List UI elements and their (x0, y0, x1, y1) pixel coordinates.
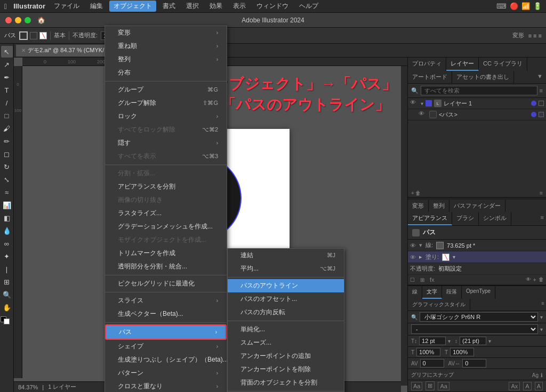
glyph-icon-1[interactable]: Aa (411, 382, 422, 390)
graph-tool[interactable]: 📊 (1, 199, 13, 211)
delete-layer-icon[interactable]: 🗑 (415, 190, 421, 196)
tab-artboard[interactable]: アートボード (408, 71, 452, 83)
menu-transform[interactable]: 変形 › (105, 26, 227, 39)
tab-asset-export[interactable]: アセットの書き出し (452, 71, 514, 83)
kern-input[interactable] (420, 359, 444, 368)
type-tool[interactable]: T (1, 84, 13, 96)
menu-slice[interactable]: スライス › (105, 294, 227, 307)
menu-flatten-transparency[interactable]: 透明部分を分割・統合... (105, 260, 227, 273)
menu-average[interactable]: 平均... ⌥⌘J (228, 262, 344, 275)
pencil-tool[interactable]: ✏ (1, 135, 13, 147)
tab-align[interactable]: 整列 (429, 200, 449, 212)
snap-icon-2[interactable]: ℹ (541, 372, 543, 378)
path-submenu[interactable]: 連結 ⌘J 平均... ⌥⌘J パスのアウトライン パスのオフセット... パス… (227, 248, 344, 392)
menu-reverse[interactable]: パスの方向反転 (228, 306, 344, 319)
menu-help[interactable]: ヘルプ (295, 1, 323, 12)
new-layer-icon[interactable]: + (411, 190, 414, 196)
menu-select[interactable]: 選択 (182, 1, 203, 12)
selection-tool[interactable]: ↖ (1, 46, 13, 58)
menu-unlock-all[interactable]: すべてをロック解除 ⌥⌘2 (105, 123, 227, 136)
menu-gradient-mesh[interactable]: グラデーションメッシュを作成... (105, 220, 227, 233)
tab-opentype[interactable]: OpenType (462, 286, 495, 299)
gradient-tool[interactable]: ◧ (1, 212, 13, 224)
artboard-tool[interactable]: ⊞ (1, 276, 13, 288)
fill-none-swatch[interactable]: ╲ (442, 254, 449, 261)
tab-transform[interactable]: 変形 (408, 200, 429, 212)
size-unit[interactable]: ▾ (448, 338, 451, 344)
fill-arrow[interactable]: ▸ (419, 254, 422, 260)
menu-remove-anchor[interactable]: アンカーポイントを削除 (228, 363, 344, 376)
menu-simplify[interactable]: 単純化... (228, 323, 344, 336)
add-icon-ap[interactable]: + (533, 276, 536, 283)
tab-para[interactable]: 段落 (442, 286, 462, 299)
search-input[interactable] (421, 86, 537, 95)
menu-gen-vector[interactable]: 生成ベクター（Beta)... (105, 307, 227, 321)
rect-tool[interactable]: □ (1, 110, 13, 121)
eyedropper-tool[interactable]: 💧 (1, 225, 13, 236)
glyph-icon-5[interactable]: A (523, 382, 531, 390)
menu-window[interactable]: ウィンドウ (252, 1, 293, 12)
snap-icon-1[interactable]: Ag (532, 372, 539, 378)
glyph-icon-2[interactable]: ⊞ (425, 381, 435, 390)
menu-outline[interactable]: パスのアウトライン (228, 279, 344, 292)
scale-tool[interactable]: ⤡ (1, 174, 13, 185)
fill-expand[interactable]: ▾ (453, 254, 455, 260)
paintbrush-tool[interactable]: 🖌 (1, 123, 13, 134)
column-tool[interactable]: | (1, 263, 13, 275)
object-dropdown-menu[interactable]: 変形 › 重ね順 › 整列 › 分布 グループ ⌘G グループ解除 ⇧⌘G (105, 26, 227, 392)
eye-icon-ap[interactable]: 👁 (526, 276, 531, 283)
menu-show-all[interactable]: すべてを表示 ⌥⌘3 (105, 150, 227, 163)
leading-input[interactable] (460, 337, 486, 345)
menu-expand[interactable]: 分割・拡張... (105, 167, 227, 180)
scale-v-input[interactable] (450, 348, 474, 356)
close-button[interactable] (5, 17, 12, 23)
visibility-stroke[interactable]: 👁 (410, 242, 416, 249)
font-size-input[interactable] (419, 337, 446, 345)
minimize-button[interactable] (15, 17, 21, 23)
stroke-arrow[interactable]: ▾ (419, 242, 422, 249)
menu-divide-below[interactable]: 背面のオブジェクトを分割 (228, 376, 344, 389)
menu-intersect[interactable]: クロスと重なり › (105, 380, 227, 392)
tab-graphic[interactable]: グラフィックスタイル (408, 299, 470, 311)
menu-view[interactable]: 表示 (229, 1, 250, 12)
expand-icon[interactable]: ▾ (421, 101, 423, 107)
menu-distribute[interactable]: 分布 (105, 66, 227, 79)
menu-offset[interactable]: パスのオフセット... (228, 292, 344, 306)
menu-effect[interactable]: 効果 (205, 1, 227, 12)
menu-pixel-perfect[interactable]: ピクセルグリッドに最適化 (105, 277, 227, 290)
apple-icon[interactable]:  (4, 2, 7, 11)
menu-shape[interactable]: シェイプ › (105, 340, 227, 353)
tab-brush[interactable]: ブラシ (452, 212, 479, 225)
visibility-fill[interactable]: 👁 (410, 254, 416, 260)
menu-edit[interactable]: 編集 (86, 1, 107, 12)
menu-live-fill[interactable]: 生成塗りつぶし（シェイプ）（Beta)... (105, 353, 227, 366)
tab-stroke-bottom[interactable]: 線 (408, 286, 422, 299)
rotate-tool[interactable]: ↻ (1, 161, 13, 173)
line-tool[interactable]: / (1, 97, 13, 109)
menu-flatten[interactable]: アピアランスを分割 (105, 180, 227, 193)
tab-appearance[interactable]: アピアランス (408, 212, 452, 225)
glyph-icon-6[interactable]: A (535, 382, 543, 390)
font-dropdown-arrow[interactable]: ▾ (540, 314, 543, 320)
tab-properties[interactable]: プロパティ (408, 58, 446, 71)
zoom-tool[interactable]: 🔍 (1, 289, 13, 300)
hand-tool[interactable]: ✋ (1, 301, 13, 313)
menu-hide[interactable]: 隠す › (105, 136, 227, 150)
delete-icon-ap[interactable]: 🗑 (539, 276, 544, 283)
stroke-swatch[interactable] (4, 318, 10, 324)
layer-item-1[interactable]: 👁 ▾ L レイヤー 1 (408, 98, 546, 109)
menu-mosaic[interactable]: モザイクオブジェクトを作成... (105, 233, 227, 247)
tab-layers[interactable]: レイヤー (446, 58, 479, 71)
warp-tool[interactable]: ≈ (1, 186, 13, 198)
menu-pattern[interactable]: パターン › (105, 366, 227, 380)
stroke-color-swatch[interactable] (436, 242, 444, 249)
direct-selection-tool[interactable]: ↗ (1, 59, 13, 70)
menu-ungroup[interactable]: グループ解除 ⇧⌘G (105, 96, 227, 110)
blend-tool[interactable]: ∞ (1, 238, 13, 249)
tab-pathfinder[interactable]: パスファインダー (449, 200, 505, 212)
scrollbar-v[interactable] (401, 66, 407, 386)
menu-crop[interactable]: 画像の切り抜き (105, 193, 227, 207)
symbol-tool[interactable]: ✦ (1, 250, 13, 262)
tab-symbol[interactable]: シンボル (479, 212, 511, 225)
pen-tool[interactable]: ✒ (1, 71, 13, 83)
